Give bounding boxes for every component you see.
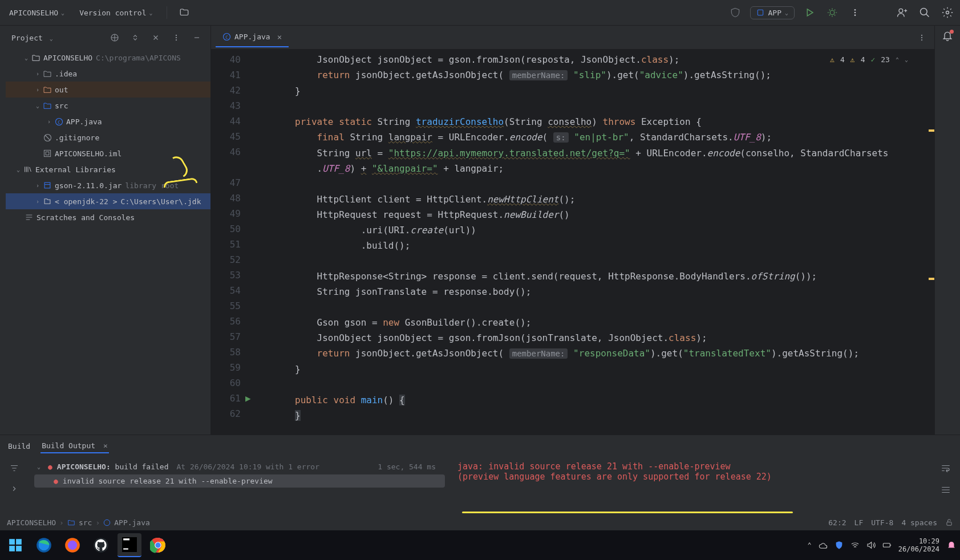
build-output-tab[interactable]: Build Output × bbox=[40, 439, 109, 453]
edge-icon[interactable] bbox=[32, 533, 56, 557]
line-gutter[interactable]: 4041424344454647484950515253545556575859… bbox=[211, 50, 251, 435]
close-tab-button[interactable]: × bbox=[103, 441, 108, 450]
more-options-button[interactable] bbox=[168, 30, 184, 46]
svg-point-21 bbox=[921, 36, 922, 38]
check-icon: ✓ bbox=[870, 55, 875, 64]
line-separator[interactable]: LF bbox=[854, 518, 864, 527]
close-panel-button[interactable] bbox=[148, 30, 164, 46]
tray-chevron-icon[interactable]: ⌃ bbox=[808, 541, 812, 549]
chevron-right-icon: › bbox=[44, 119, 54, 125]
inspection-widget[interactable]: ⚠4 ⚠4 ✓23 ⌃ ⌄ bbox=[827, 54, 912, 65]
error-icon: ● bbox=[54, 477, 58, 485]
close-tab-button[interactable]: × bbox=[277, 33, 282, 42]
cloud-icon[interactable] bbox=[819, 541, 828, 550]
file-encoding[interactable]: UTF-8 bbox=[871, 518, 893, 527]
tree-file-app[interactable]: › C APP.java bbox=[6, 113, 210, 129]
volume-icon[interactable] bbox=[866, 541, 876, 550]
svg-text:C: C bbox=[225, 35, 228, 40]
settings-button[interactable] bbox=[939, 5, 955, 21]
select-opened-file-button[interactable] bbox=[107, 30, 123, 46]
tree-folder-idea[interactable]: › .idea bbox=[6, 66, 210, 82]
defender-icon[interactable] bbox=[835, 541, 844, 550]
svg-rect-16 bbox=[46, 152, 49, 155]
left-tool-stripe bbox=[0, 26, 6, 435]
svg-point-1 bbox=[830, 10, 835, 15]
open-file-button[interactable] bbox=[176, 5, 192, 21]
build-tab[interactable]: Build bbox=[7, 440, 31, 453]
chevron-up-icon: ⌃ bbox=[896, 56, 899, 63]
svg-point-7 bbox=[946, 11, 949, 14]
vcs-label: Version control bbox=[79, 9, 146, 17]
filter-button[interactable] bbox=[6, 460, 22, 476]
more-actions-button[interactable] bbox=[847, 5, 863, 21]
tab-more-button[interactable] bbox=[914, 30, 930, 46]
scroll-button[interactable] bbox=[938, 482, 954, 498]
project-panel-title[interactable]: Project ⌄ bbox=[11, 34, 102, 42]
editor-tab-app[interactable]: C APP.java × bbox=[216, 28, 289, 47]
indent-setting[interactable]: 4 spaces bbox=[901, 518, 937, 527]
tree-file-gitignore[interactable]: .gitignore bbox=[6, 129, 210, 145]
chrome-icon[interactable] bbox=[146, 533, 170, 557]
error-stripe[interactable] bbox=[926, 50, 934, 435]
wifi-icon[interactable] bbox=[850, 541, 860, 550]
notifications-button[interactable] bbox=[939, 28, 955, 44]
jar-icon bbox=[42, 181, 52, 189]
debug-button[interactable] bbox=[824, 5, 840, 21]
caret-position[interactable]: 62:2 bbox=[828, 518, 846, 527]
battery-icon[interactable] bbox=[882, 541, 892, 550]
chevron-down-icon: ⌄ bbox=[34, 464, 43, 470]
build-output-text[interactable]: java: invalid source release 21 with --e… bbox=[451, 457, 931, 514]
taskbar-clock[interactable]: 10:29 26/06/2024 bbox=[898, 537, 939, 553]
windows-taskbar[interactable]: ⌃ 10:29 26/06/2024 bbox=[0, 530, 960, 560]
svg-rect-28 bbox=[16, 546, 22, 551]
run-config-label: APP bbox=[768, 9, 781, 17]
lock-icon[interactable] bbox=[945, 518, 953, 527]
chevron-down-icon: ⌄ bbox=[149, 10, 153, 16]
svg-rect-26 bbox=[16, 539, 22, 545]
tree-scratches[interactable]: Scratches and Consoles bbox=[6, 209, 210, 225]
project-selector[interactable]: APICONSELHO ⌄ bbox=[5, 6, 69, 19]
java-class-icon: C bbox=[54, 117, 64, 126]
github-icon[interactable] bbox=[89, 533, 113, 557]
folder-icon bbox=[42, 70, 52, 78]
run-configuration[interactable]: APP ⌄ bbox=[750, 6, 795, 19]
shield-icon[interactable] bbox=[727, 5, 743, 21]
chevron-right-icon: › bbox=[33, 182, 42, 189]
java-class-icon bbox=[103, 519, 111, 526]
svg-point-3 bbox=[854, 12, 856, 14]
intellij-icon[interactable] bbox=[118, 533, 141, 557]
java-class-icon: C bbox=[222, 33, 231, 41]
firefox-icon[interactable] bbox=[60, 533, 84, 557]
svg-rect-27 bbox=[9, 546, 15, 551]
build-message-tree[interactable]: ⌄ ● APICONSELHO: build failed At 26/06/2… bbox=[29, 457, 451, 514]
tree-root[interactable]: ⌄ APICONSELHO C:\programa\APICONS bbox=[6, 50, 210, 66]
chevron-right-icon: › bbox=[33, 198, 42, 205]
library-icon bbox=[23, 165, 33, 173]
folder-icon bbox=[67, 519, 75, 526]
search-button[interactable] bbox=[917, 5, 933, 21]
notification-dot bbox=[950, 30, 954, 34]
build-error-message[interactable]: ● invalid source release 21 with --enabl… bbox=[34, 474, 445, 488]
notifications-icon[interactable] bbox=[946, 540, 957, 550]
svg-point-10 bbox=[176, 37, 177, 38]
svg-text:C: C bbox=[58, 119, 60, 124]
svg-point-6 bbox=[921, 9, 927, 15]
vcs-selector[interactable]: Version control ⌄ bbox=[75, 6, 157, 19]
start-button[interactable] bbox=[3, 533, 27, 557]
tree-folder-out[interactable]: › out bbox=[6, 82, 210, 98]
tree-library-jdk[interactable]: › < openjdk-22 > C:\Users\User\.jdk bbox=[6, 193, 210, 209]
chevron-right-icon: › bbox=[33, 87, 42, 93]
tree-folder-src[interactable]: ⌄ src bbox=[6, 98, 210, 113]
next-button[interactable] bbox=[6, 481, 22, 497]
project-tree[interactable]: ⌄ APICONSELHO C:\programa\APICONS › .ide… bbox=[6, 50, 210, 435]
code-with-me-button[interactable] bbox=[894, 5, 910, 21]
expand-all-button[interactable] bbox=[127, 30, 143, 46]
run-button[interactable] bbox=[801, 5, 817, 21]
code-editor[interactable]: JsonObject jsonObject = gson.fromJson(re… bbox=[251, 50, 926, 435]
breadcrumb[interactable]: APICONSELHO › src › APP.java bbox=[7, 518, 150, 527]
warning-icon: ⚠ bbox=[850, 55, 855, 64]
module-icon bbox=[42, 149, 52, 157]
minimize-panel-button[interactable] bbox=[189, 30, 205, 46]
build-message-root[interactable]: ⌄ ● APICONSELHO: build failed At 26/06/2… bbox=[29, 460, 451, 473]
soft-wrap-button[interactable] bbox=[938, 460, 954, 476]
